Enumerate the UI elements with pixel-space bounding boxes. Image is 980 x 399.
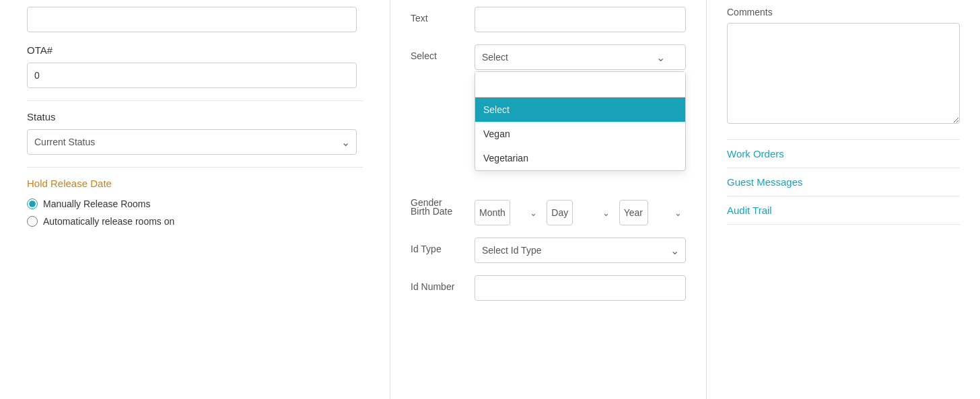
dropdown-option-vegan[interactable]: Vegan xyxy=(475,122,685,146)
status-field-group: Status Current Status ⌄ xyxy=(27,111,363,155)
status-label: Status xyxy=(27,111,363,122)
dropdown-search-input[interactable] xyxy=(475,72,685,98)
right-links: Work OrdersGuest MessagesAudit Trail xyxy=(727,139,960,225)
id-number-label: Id Number xyxy=(411,275,464,292)
id-type-label: Id Type xyxy=(411,238,464,254)
hold-release-title: Hold Release Date xyxy=(27,178,363,189)
manually-release-radio[interactable] xyxy=(27,198,38,209)
text-label: Text xyxy=(411,7,464,24)
year-select[interactable]: Year xyxy=(619,200,648,225)
month-select[interactable]: Month xyxy=(475,200,510,225)
birth-date-control: Month ⌄ Day ⌄ Year ⌄ xyxy=(475,200,686,225)
dropdown-option-select[interactable]: Select xyxy=(475,98,685,122)
manually-release-label: Manually Release Rooms xyxy=(43,198,151,209)
select-control: Select ⌄ Select Vegan Vegetarian xyxy=(475,44,686,70)
right-column: Comments Work OrdersGuest MessagesAudit … xyxy=(707,0,980,399)
select-trigger-text: Select xyxy=(482,52,508,63)
right-link-1[interactable]: Guest Messages xyxy=(727,168,960,196)
birth-date-label: Birth Date xyxy=(411,200,464,217)
right-link-2[interactable]: Audit Trail xyxy=(727,196,960,225)
year-chevron-icon: ⌄ xyxy=(674,208,682,218)
comments-textarea[interactable] xyxy=(727,23,960,124)
left-column: OTA# Status Current Status ⌄ Hold Releas… xyxy=(0,0,390,399)
divider-2 xyxy=(27,167,363,168)
month-select-wrapper: Month ⌄ xyxy=(475,200,541,225)
month-chevron-icon: ⌄ xyxy=(530,208,537,218)
top-field-group xyxy=(27,7,363,32)
ota-label: OTA# xyxy=(27,44,363,56)
ota-input[interactable] xyxy=(27,63,357,88)
text-row: Text xyxy=(411,7,686,32)
birth-date-row: Birth Date Month ⌄ Day ⌄ xyxy=(411,200,686,225)
manually-release-option: Manually Release Rooms xyxy=(27,198,363,209)
dropdown-option-vegetarian[interactable]: Vegetarian xyxy=(475,146,685,170)
day-select-wrapper: Day ⌄ xyxy=(547,200,613,225)
id-type-control: Select Id Type ⌄ xyxy=(475,238,686,263)
text-control xyxy=(475,7,686,32)
birth-date-selects: Month ⌄ Day ⌄ Year ⌄ xyxy=(475,200,686,225)
hold-release-section: Hold Release Date Manually Release Rooms… xyxy=(27,178,363,227)
id-number-row: Id Number xyxy=(411,275,686,301)
day-chevron-icon: ⌄ xyxy=(602,208,610,218)
select-label: Select xyxy=(411,44,464,61)
auto-release-option: Automatically release rooms on xyxy=(27,216,363,227)
status-select-wrapper: Current Status ⌄ xyxy=(27,129,357,155)
select-chevron-icon: ⌄ xyxy=(656,51,665,64)
select-dropdown-container: Select ⌄ Select Vegan Vegetarian xyxy=(475,44,686,70)
status-select[interactable]: Current Status xyxy=(27,129,357,155)
year-select-wrapper: Year ⌄ xyxy=(619,200,686,225)
select-row: Select Select ⌄ Select Vegan Vegetarian xyxy=(411,44,686,70)
right-link-0[interactable]: Work Orders xyxy=(727,139,960,168)
select-dropdown-trigger[interactable]: Select ⌄ xyxy=(475,44,686,70)
divider-1 xyxy=(27,100,363,101)
text-input[interactable] xyxy=(475,7,686,32)
top-input[interactable] xyxy=(27,7,357,32)
middle-column: Text Select Select ⌄ Select Vegan xyxy=(390,0,707,399)
id-type-select[interactable]: Select Id Type xyxy=(475,238,686,263)
id-type-row: Id Type Select Id Type ⌄ xyxy=(411,238,686,263)
auto-release-label: Automatically release rooms on xyxy=(43,216,174,227)
comments-label: Comments xyxy=(727,7,960,17)
day-select[interactable]: Day xyxy=(547,200,573,225)
ota-field-group: OTA# xyxy=(27,44,363,88)
id-number-input[interactable] xyxy=(475,275,686,301)
id-type-select-wrapper: Select Id Type ⌄ xyxy=(475,238,686,263)
auto-release-radio[interactable] xyxy=(27,216,38,227)
id-number-control xyxy=(475,275,686,301)
select-dropdown-panel: Select Vegan Vegetarian xyxy=(475,71,686,171)
